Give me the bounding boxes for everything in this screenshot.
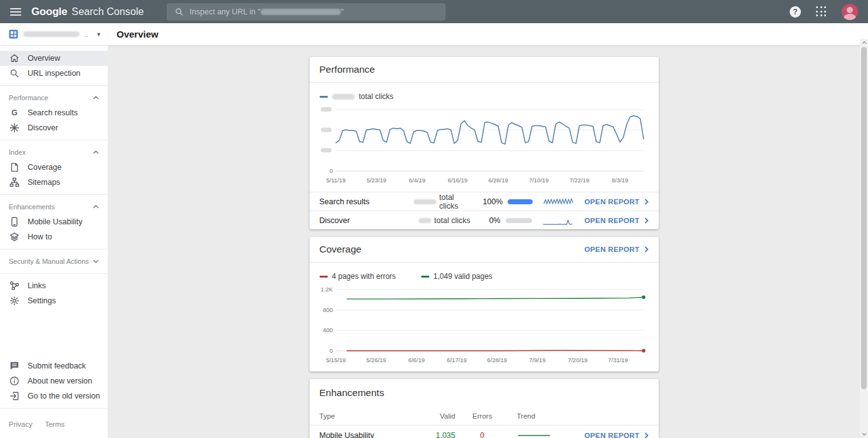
legal-links: PrivacyTerms — [0, 413, 108, 435]
google-logo-text: Google — [31, 6, 67, 18]
clicks-sparkline — [542, 215, 573, 226]
percent-bar — [508, 199, 533, 204]
sidebar-section-security-manual-actions[interactable]: Security & Manual Actions — [0, 254, 108, 269]
sidebar-item-coverage[interactable]: Coverage — [0, 160, 108, 175]
sidebar-item-overview[interactable]: Overview — [0, 51, 108, 66]
account-avatar[interactable] — [842, 4, 858, 20]
report-label: Search results — [320, 197, 414, 206]
search-icon — [9, 68, 19, 79]
performance-report-rows: Search resultstotal clicks100%OPEN REPOR… — [310, 192, 659, 229]
svg-text:7/22/19: 7/22/19 — [569, 177, 589, 184]
search-results-open-report-link[interactable]: OPEN REPORT — [584, 198, 648, 206]
svg-text:5/15/19: 5/15/19 — [326, 357, 346, 363]
legend-valid: 1,049 valid pages — [421, 272, 493, 281]
sidebar-section-performance[interactable]: Performance — [0, 90, 108, 105]
sidebar: .. ▼ OverviewURL inspectionPerformanceGS… — [0, 23, 108, 438]
sidebar-item-go-old-version[interactable]: Go to the old version — [0, 388, 108, 404]
sidebar-item-sitemaps[interactable]: Sitemaps — [0, 175, 108, 190]
clicks-percent: 100% — [481, 197, 503, 206]
svg-text:7/10/19: 7/10/19 — [528, 177, 548, 184]
feedback-icon — [9, 361, 19, 372]
redacted-clicks-value — [414, 199, 436, 204]
redacted-clicks-value — [419, 218, 431, 223]
vertical-scrollbar[interactable] — [860, 39, 868, 438]
scrollbar-thumb[interactable] — [861, 47, 867, 389]
svg-text:5/23/19: 5/23/19 — [366, 177, 386, 184]
sidebar-item-discover[interactable]: Discover — [0, 120, 108, 135]
sidebar-item-links[interactable]: Links — [0, 278, 108, 293]
enhancement-valid-count: 1,035 — [421, 431, 456, 438]
redacted-clicks-total — [332, 94, 355, 100]
coverage-card: Coverage OPEN REPORT 4 pages with errors — [310, 237, 659, 372]
chevron-down-icon — [93, 258, 99, 264]
svg-text:0: 0 — [329, 167, 332, 174]
url-inspection-input[interactable]: Inspect any URL in "" — [167, 3, 446, 21]
legend-dash-red — [320, 276, 328, 278]
sidebar-divider — [0, 140, 108, 140]
redacted-property-url — [261, 9, 341, 15]
settings-icon — [9, 296, 19, 306]
chevron-right-icon — [644, 246, 649, 253]
chevron-right-icon — [644, 217, 649, 224]
scrollbar-up-icon[interactable] — [860, 39, 868, 46]
svg-text:6/6/19: 6/6/19 — [408, 357, 424, 363]
terms-link[interactable]: Terms — [45, 420, 65, 428]
sidebar-nav: OverviewURL inspectionPerformanceGSearch… — [0, 46, 108, 308]
sidebar-item-label: URL inspection — [28, 69, 80, 78]
google-apps-icon[interactable] — [816, 6, 827, 17]
sidebar-item-search-results[interactable]: GSearch results — [0, 105, 108, 120]
sidebar-divider — [0, 85, 108, 86]
svg-text:7/9/19: 7/9/19 — [529, 357, 545, 363]
exit-icon — [9, 391, 19, 402]
chevron-up-icon — [93, 204, 99, 210]
coverage-chart: 1.2K80040005/15/195/26/196/6/196/17/196/… — [320, 284, 650, 367]
sidebar-item-url-inspection[interactable]: URL inspection — [0, 66, 108, 81]
svg-text:5/11/19: 5/11/19 — [326, 177, 345, 184]
legend-dash-blue — [320, 96, 328, 98]
sidebar-item-label: Coverage — [28, 163, 61, 172]
svg-text:6/4/19: 6/4/19 — [409, 177, 425, 184]
sidebar-item-mobile-usability[interactable]: Mobile Usability — [0, 214, 108, 229]
performance-row-discover: Discovertotal clicks0%OPEN REPORT — [310, 211, 659, 229]
product-logo-text: Search Console — [71, 6, 144, 18]
svg-text:6/28/19: 6/28/19 — [488, 177, 508, 184]
privacy-link[interactable]: Privacy — [9, 420, 33, 428]
coverage-open-report-link[interactable]: OPEN REPORT — [584, 246, 648, 253]
sidebar-section-index[interactable]: Index — [0, 145, 108, 160]
gsearch-icon: G — [9, 108, 19, 118]
enhancements-row-mobile-usability: Mobile Usability 1,035 0 OPEN REPORT — [310, 425, 659, 438]
url-prefix-property-icon — [9, 29, 18, 39]
sidebar-item-settings[interactable]: Settings — [0, 293, 108, 308]
scrollbar-down-icon[interactable] — [860, 430, 868, 438]
sidebar-item-label: About new version — [28, 377, 92, 385]
app-logo[interactable]: Google Search Console — [31, 6, 144, 18]
coverage-legend: 4 pages with errors 1,049 valid pages — [310, 263, 659, 281]
chevron-up-icon — [93, 95, 99, 101]
section-label: Performance — [9, 94, 48, 102]
sidebar-item-submit-feedback[interactable]: Submit feedback — [0, 358, 108, 373]
sidebar-divider — [0, 408, 108, 409]
sidebar-section-enhancements[interactable]: Enhancements — [0, 199, 108, 214]
performance-legend: total clicks — [310, 83, 659, 101]
svg-text:6/17/19: 6/17/19 — [447, 357, 467, 363]
sidebar-item-how-to[interactable]: How to — [0, 229, 108, 244]
home-icon — [9, 53, 19, 64]
sidebar-item-about-new-version[interactable]: About new version — [0, 373, 108, 388]
discover-open-report-link[interactable]: OPEN REPORT — [583, 217, 649, 224]
legend-dash-green — [421, 276, 429, 278]
enhancements-table-header: Type Valid Errors Trend — [310, 407, 659, 425]
search-icon — [175, 8, 184, 16]
sidebar-item-label: Discover — [28, 123, 58, 132]
sidebar-item-label: Settings — [28, 296, 56, 305]
property-selector[interactable]: .. ▼ — [0, 23, 108, 46]
menu-icon[interactable] — [10, 8, 21, 16]
search-placeholder: Inspect any URL in "" — [190, 8, 344, 16]
top-app-bar: Google Search Console Inspect any URL in… — [0, 0, 868, 23]
help-icon[interactable]: ? — [790, 6, 801, 18]
chevron-down-icon: ▼ — [96, 31, 102, 38]
howto-icon — [9, 232, 19, 242]
enhancements-open-report-link[interactable]: OPEN REPORT — [584, 432, 648, 438]
sidebar-footer-items: Submit feedbackAbout new versionGo to th… — [0, 358, 108, 404]
sidebar-divider — [0, 194, 108, 195]
discover-icon — [9, 123, 19, 133]
